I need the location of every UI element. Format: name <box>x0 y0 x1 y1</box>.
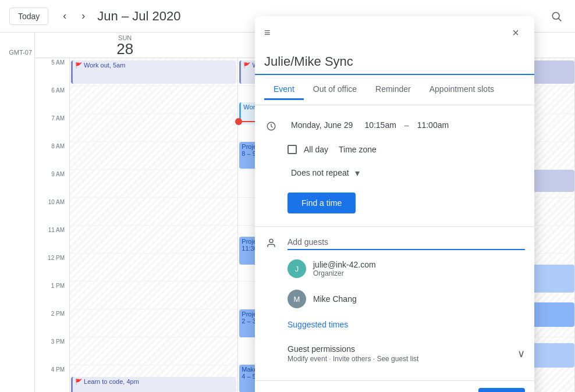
svg-point-3 <box>269 239 273 243</box>
allday-spacer <box>264 141 278 155</box>
add-guests-row <box>255 231 534 254</box>
mike-avatar: M <box>288 290 306 308</box>
repeat-button[interactable]: Does not repeat <box>288 166 353 180</box>
allday-row: All day Time zone <box>255 137 534 162</box>
allday-content: All day Time zone <box>288 140 380 159</box>
julie-info: julie@ink-42.com Organizer <box>313 260 376 277</box>
person-icon <box>264 236 278 250</box>
repeat-row: Does not repeat ▾ <box>255 162 534 184</box>
guest-mike: M Mike Chang <box>288 286 357 312</box>
modal-footer: More options Save <box>255 380 534 392</box>
event-modal: ≡ × Event Out of office Reminder Appoint… <box>255 16 534 392</box>
mike-spacer <box>264 287 278 301</box>
datetime-content: Monday, June 29 10:15am – 11:00am <box>288 118 452 132</box>
find-time-button[interactable]: Find a time <box>288 193 356 213</box>
close-button[interactable]: × <box>506 23 525 42</box>
suggested-spacer <box>264 319 278 333</box>
repeat-content[interactable]: Does not repeat ▾ <box>288 166 360 180</box>
modal-header: ≡ × <box>255 16 534 49</box>
repeat-spacer <box>264 167 278 181</box>
save-button[interactable]: Save <box>478 388 525 392</box>
suggested-times-row: Suggested times <box>255 314 534 336</box>
repeat-dropdown-icon: ▾ <box>355 168 360 179</box>
mike-info: Mike Chang <box>313 294 357 304</box>
add-guests-input[interactable] <box>288 235 525 250</box>
permissions-info: Guest permissions Modify event · Invite … <box>288 344 418 363</box>
modal-overlay: ≡ × Event Out of office Reminder Appoint… <box>0 0 575 392</box>
permissions-details: Modify event · Invite others · See guest… <box>288 355 418 363</box>
allday-label: All day <box>304 145 328 154</box>
guest-julie-row: J julie@ink-42.com Organizer <box>255 254 534 284</box>
time-separator: – <box>404 120 409 130</box>
allday-checkbox[interactable] <box>288 145 297 154</box>
suggested-times-link[interactable]: Suggested times <box>288 318 348 332</box>
tab-out-of-office[interactable]: Out of office <box>304 80 366 100</box>
timezone-button[interactable]: Time zone <box>335 142 380 156</box>
guest-mike-row: M Mike Chang <box>255 284 534 314</box>
permissions-label: Guest permissions <box>288 344 418 354</box>
julie-role: Organizer <box>313 269 376 277</box>
find-time-row: Find a time <box>255 184 534 222</box>
event-type-tabs: Event Out of office Reminder Appointment… <box>255 75 534 105</box>
datetime-row: Monday, June 29 10:15am – 11:00am <box>255 115 534 137</box>
find-time-spacer <box>264 189 278 203</box>
modal-body: Monday, June 29 10:15am – 11:00am All da… <box>255 105 534 380</box>
event-title-input[interactable] <box>255 49 534 75</box>
date-button[interactable]: Monday, June 29 <box>288 118 356 132</box>
permissions-chevron-icon: ∨ <box>517 347 525 360</box>
more-options-button[interactable]: More options <box>408 389 474 392</box>
permissions-spacer <box>264 341 278 355</box>
guests-divider <box>255 226 534 227</box>
drag-icon[interactable]: ≡ <box>264 27 271 39</box>
start-time-button[interactable]: 10:15am <box>361 118 399 132</box>
mike-name: Mike Chang <box>313 294 357 304</box>
tab-reminder[interactable]: Reminder <box>366 80 420 100</box>
guest-julie: J julie@ink-42.com Organizer <box>288 256 376 281</box>
julie-spacer <box>264 257 278 271</box>
clock-icon <box>264 119 278 133</box>
permissions-row: Guest permissions Modify event · Invite … <box>255 336 534 371</box>
tab-event[interactable]: Event <box>264 80 304 100</box>
julie-email: julie@ink-42.com <box>313 260 376 269</box>
permissions-content[interactable]: Guest permissions Modify event · Invite … <box>288 340 525 368</box>
tab-appointment-slots[interactable]: Appointment slots <box>420 80 503 100</box>
end-time-button[interactable]: 11:00am <box>414 118 452 132</box>
julie-avatar: J <box>288 259 306 278</box>
